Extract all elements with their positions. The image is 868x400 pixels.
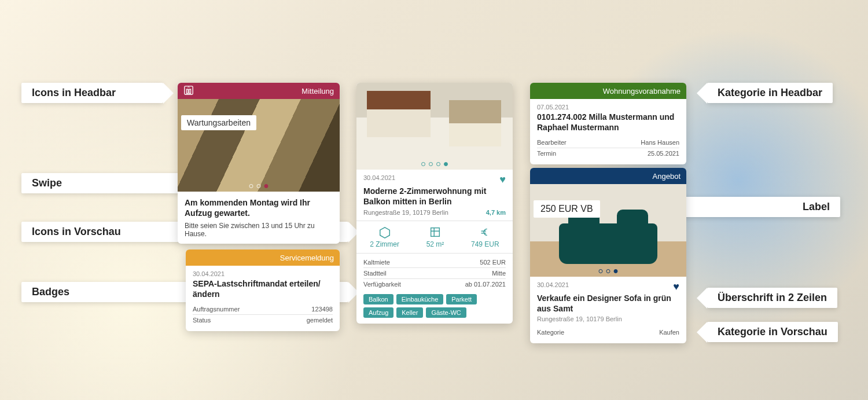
badge-list: Balkon Einbauküche Parkett Aufzug Keller…: [363, 294, 506, 318]
card-image[interactable]: [356, 83, 513, 170]
rooms-value: 2 Zimmer: [370, 240, 399, 248]
table-row: Kaltmiete502 EUR: [363, 257, 506, 268]
svg-rect-1: [186, 89, 188, 93]
dot-active: [614, 269, 618, 273]
card-title: Moderne 2-Zimmerwohnung mit Balkon mitte…: [363, 186, 506, 207]
annotation-kategorie-vorschau: Kategorie in Vorschau: [707, 322, 838, 342]
badge[interactable]: Balkon: [363, 294, 393, 304]
badge[interactable]: Aufzug: [363, 307, 393, 318]
annotation-ueberschrift: Überschrift in 2 Zeilen: [707, 288, 837, 308]
dot: [421, 162, 425, 166]
card-address: Rungestraße 19, 10179 Berlin: [537, 315, 679, 322]
card-distance: 4,7 km: [486, 209, 506, 216]
sofa-illustration: [559, 223, 657, 264]
headbar-category: Wohnungsvorabnahme: [603, 87, 681, 96]
svg-rect-0: [185, 86, 193, 94]
image-overlay-label: Wartungsarbeiten: [181, 115, 256, 130]
card-date: 30.04.2021: [193, 270, 333, 277]
dot: [436, 162, 440, 166]
dot-active: [444, 162, 448, 166]
table-row: Auftragsnummer123498: [193, 304, 333, 315]
card-address: Rungestraße 19, 10179 Berlin: [363, 209, 448, 216]
card-mitteilung[interactable]: Mitteilung Wartungsarbeiten Am kommenden…: [178, 83, 340, 244]
svg-rect-2: [189, 89, 191, 93]
dot: [257, 184, 261, 188]
elevator-icon: [183, 85, 194, 97]
dot: [599, 269, 603, 273]
badge[interactable]: Einbauküche: [396, 294, 444, 304]
table-row: StadtteilMitte: [363, 268, 506, 279]
card-image[interactable]: Wartungsarbeiten: [178, 99, 340, 192]
card-image[interactable]: 250 EUR VB: [530, 184, 686, 277]
card-title: SEPA-Lastschriftmandat erteilen/ändern: [193, 279, 333, 299]
dot-active: [264, 184, 269, 188]
preview-icons: 2 Zimmer 52 m² 749 EUR: [356, 221, 513, 254]
card-title: 0101.274.002 Milla Mustermann und Raphae…: [537, 112, 679, 133]
dot: [249, 184, 253, 188]
headbar: Wohnungsvorabnahme: [530, 83, 686, 99]
area-value: 52 m²: [426, 240, 444, 248]
headbar-category: Mitteilung: [301, 87, 334, 96]
card-title: Verkaufe ein Designer Sofa in grün aus S…: [537, 293, 679, 314]
card-servicemeldung[interactable]: Servicemeldung 30.04.2021 SEPA-Lastschri…: [186, 249, 340, 331]
rooms-icon: [370, 226, 399, 240]
dot: [429, 162, 433, 166]
annotation-kategorie-headbar: Kategorie in Headbar: [707, 83, 833, 103]
table-row: Termin25.05.2021: [537, 148, 679, 159]
swipe-indicator[interactable]: [421, 162, 448, 166]
card-date: 07.05.2021: [537, 104, 679, 111]
headbar: Mitteilung: [178, 83, 340, 99]
headbar: Servicemeldung: [186, 249, 340, 266]
headbar-category: Servicemeldung: [280, 254, 334, 262]
card-angebot[interactable]: Angebot 250 EUR VB 30.04.2021 ♥ Verkaufe…: [530, 168, 686, 343]
heart-icon[interactable]: ♥: [499, 174, 506, 185]
table-row: KategorieKaufen: [537, 327, 679, 337]
area-icon: [426, 226, 444, 240]
table-row: Statusgemeldet: [193, 315, 333, 325]
annotation-icons-headbar: Icons in Headbar: [21, 83, 163, 103]
badge[interactable]: Keller: [396, 307, 423, 318]
price-label: 250 EUR VB: [534, 200, 600, 218]
card-apartment[interactable]: 30.04.2021 ♥ Moderne 2-Zimmerwohnung mit…: [356, 83, 513, 324]
heart-icon[interactable]: ♥: [673, 281, 679, 292]
card-text: Bitte seien Sie zwischen 13 und 15 Uhr z…: [185, 222, 333, 238]
dot: [606, 269, 610, 273]
badge[interactable]: Parkett: [446, 294, 477, 304]
card-title: Am kommenden Montag wird Ihr Aufzug gewa…: [185, 198, 333, 218]
swipe-indicator[interactable]: [249, 184, 269, 188]
badge[interactable]: Gäste-WC: [426, 307, 466, 318]
euro-icon: [471, 226, 499, 240]
price-value: 749 EUR: [471, 240, 499, 248]
table-row: Verfügbarkeitab 01.07.2021: [363, 279, 506, 289]
swipe-indicator[interactable]: [599, 269, 618, 273]
card-date: 30.04.2021: [363, 174, 395, 181]
card-date: 30.04.2021: [537, 281, 569, 288]
headbar-category: Angebot: [653, 172, 681, 181]
table-row: BearbeiterHans Hausen: [537, 137, 679, 148]
card-wohnungsvorabnahme[interactable]: Wohnungsvorabnahme 07.05.2021 0101.274.0…: [530, 83, 686, 164]
headbar: Angebot: [530, 168, 686, 184]
svg-rect-3: [431, 228, 440, 237]
